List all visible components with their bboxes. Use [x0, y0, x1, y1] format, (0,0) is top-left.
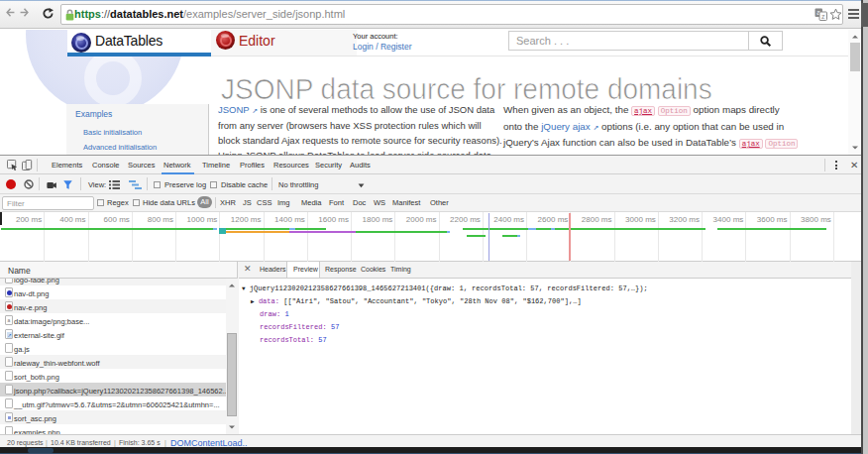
svg-text:z: z — [821, 13, 825, 20]
